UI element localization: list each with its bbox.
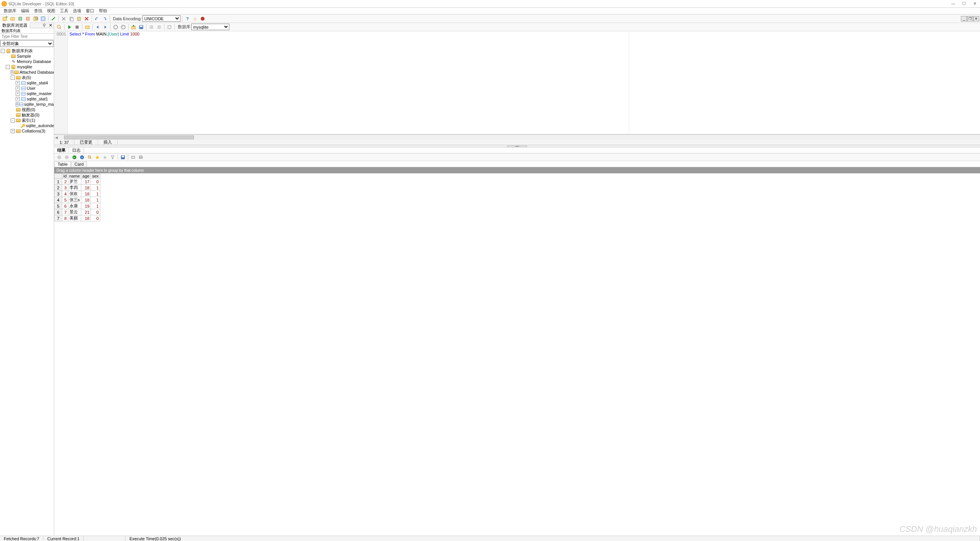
splitter-grip-icon[interactable]: ▪▪▪▪▪ <box>507 145 527 147</box>
menu-database[interactable]: 数据库 <box>2 8 19 14</box>
cell-id[interactable]: 8 <box>62 215 68 221</box>
expand-icon[interactable]: + <box>16 92 20 96</box>
cell-sex[interactable]: 1 <box>91 185 100 191</box>
search-grid-icon[interactable] <box>86 154 93 161</box>
tab-log[interactable]: 日志 <box>69 147 84 153</box>
expand-icon[interactable]: + <box>16 81 20 85</box>
col-id[interactable]: id <box>62 174 68 179</box>
encoding-select[interactable]: UNICODE <box>142 15 181 22</box>
next-record-icon[interactable] <box>79 154 85 161</box>
menu-options[interactable]: 选项 <box>71 8 84 14</box>
help-icon[interactable]: ? <box>184 15 191 22</box>
table-row[interactable]: 12罗兰170 <box>55 179 100 185</box>
cell-age[interactable]: 21 <box>81 209 91 215</box>
database-select[interactable]: mysqlite <box>191 24 229 30</box>
sidebar-object-filter[interactable]: 全部对象 <box>0 40 53 47</box>
collapse-icon[interactable]: - <box>6 65 10 69</box>
minimize-button[interactable]: — <box>948 1 959 6</box>
table-row[interactable]: 78美丽180 <box>55 215 100 221</box>
tree-table-user[interactable]: +User <box>0 86 54 91</box>
cell-age[interactable]: 18 <box>81 185 91 191</box>
menu-find[interactable]: 查找 <box>32 8 45 14</box>
table-row[interactable]: 45张三s181 <box>55 197 100 203</box>
cell-id[interactable]: 5 <box>62 197 68 203</box>
register-icon[interactable] <box>17 15 24 22</box>
table-row[interactable]: 34张欢181 <box>55 191 100 197</box>
maximize-button[interactable]: ☐ <box>959 1 969 6</box>
open-icon[interactable] <box>9 15 16 22</box>
tree-indexes[interactable]: -索引(1) <box>0 118 54 123</box>
cell-age[interactable]: 18 <box>81 215 91 221</box>
table-row[interactable]: 67景云210 <box>55 209 100 215</box>
bookmark-icon[interactable] <box>94 154 101 161</box>
open-file-icon[interactable] <box>84 24 91 31</box>
mdi-close[interactable]: ✕ <box>973 16 979 21</box>
cell-name[interactable]: 美丽 <box>68 215 81 221</box>
sidebar-section-tab[interactable]: 数据库列表 <box>0 28 54 34</box>
expand-icon[interactable]: + <box>11 129 15 133</box>
next-icon[interactable] <box>102 24 109 31</box>
mdi-maximize[interactable]: ❐ <box>967 16 973 21</box>
first-record-icon[interactable] <box>56 154 63 161</box>
new-database-icon[interactable]: + <box>2 15 8 22</box>
menu-help[interactable]: 帮助 <box>97 8 110 14</box>
menu-window[interactable]: 窗口 <box>84 8 97 14</box>
cell-age[interactable]: 19 <box>81 203 91 209</box>
group-by-header[interactable]: Drag a column header here to group by th… <box>54 167 980 173</box>
tree-table-stat1[interactable]: +sqlite_stat1 <box>0 96 54 102</box>
home-icon[interactable]: ⌂ <box>192 15 198 22</box>
cell-age[interactable]: 17 <box>81 179 91 185</box>
cell-id[interactable]: 3 <box>62 185 68 191</box>
cell-sex[interactable]: 0 <box>91 215 100 221</box>
cell-id[interactable]: 4 <box>62 191 68 197</box>
tree-collations[interactable]: +Collations(3) <box>0 128 54 134</box>
cell-name[interactable]: 景云 <box>68 209 81 215</box>
tree-triggers[interactable]: 触发器(0) <box>0 112 54 118</box>
find-icon[interactable] <box>56 24 63 31</box>
expand-icon[interactable]: + <box>16 102 18 107</box>
format-icon[interactable] <box>166 24 173 31</box>
cell-name[interactable]: 李四 <box>68 185 81 191</box>
sidebar-close-icon[interactable]: ✕ <box>47 23 54 28</box>
stop-query-icon[interactable] <box>74 24 81 31</box>
code-area[interactable]: Select * From MAIN.[User] Limit 1000 <box>68 31 629 134</box>
expand-icon[interactable]: + <box>16 86 20 90</box>
col-name[interactable]: name <box>68 174 81 179</box>
col-age[interactable]: age <box>81 174 91 179</box>
prev-icon[interactable] <box>94 24 101 31</box>
tree-index-user[interactable]: 🔑sqlite_autoindex_User_1 <box>0 123 54 128</box>
tree-sample[interactable]: Sample <box>0 53 54 59</box>
view-tab-table[interactable]: Table <box>54 161 71 167</box>
col-sex[interactable]: sex <box>91 174 100 179</box>
expand-icon[interactable]: + <box>11 70 13 74</box>
cell-name[interactable]: 永康 <box>68 203 81 209</box>
save-grid-icon[interactable] <box>119 154 126 161</box>
redo-icon[interactable] <box>101 15 108 22</box>
cell-id[interactable]: 2 <box>62 179 68 185</box>
cell-sex[interactable]: 1 <box>91 191 100 197</box>
save-icon[interactable] <box>138 24 145 31</box>
commit-icon[interactable] <box>112 24 119 31</box>
collapse-icon[interactable]: - <box>11 118 15 123</box>
cell-name[interactable]: 张三s <box>68 197 81 203</box>
paste-icon[interactable] <box>76 15 82 22</box>
tree-mysqlite[interactable]: -mysqlite <box>0 64 54 69</box>
filter-icon[interactable] <box>109 154 116 161</box>
tab-result[interactable]: 结果 <box>54 147 69 153</box>
cell-age[interactable]: 18 <box>81 191 91 197</box>
menu-view[interactable]: 视图 <box>45 8 58 14</box>
export-icon[interactable] <box>130 24 137 31</box>
sidebar-tab-browser[interactable]: 数据库浏览器 <box>0 23 30 28</box>
cell-name[interactable]: 张欢 <box>68 191 81 197</box>
sql-editor[interactable]: 0001 Select * From MAIN.[User] Limit 100… <box>54 31 980 134</box>
cell-id[interactable]: 7 <box>62 209 68 215</box>
sidebar-pin-icon[interactable]: ⚲ <box>41 23 47 28</box>
refresh-icon[interactable] <box>71 154 78 161</box>
delete-icon[interactable] <box>83 15 90 22</box>
tree-table-master[interactable]: +sqlite_master <box>0 91 54 96</box>
menu-tools[interactable]: 工具 <box>58 8 71 14</box>
editor-hscrollbar[interactable]: ◄ <box>54 134 980 140</box>
cell-name[interactable]: 罗兰 <box>68 179 81 185</box>
bookmark-grey-icon[interactable] <box>102 154 108 161</box>
sql-monitor-icon[interactable] <box>40 15 47 22</box>
